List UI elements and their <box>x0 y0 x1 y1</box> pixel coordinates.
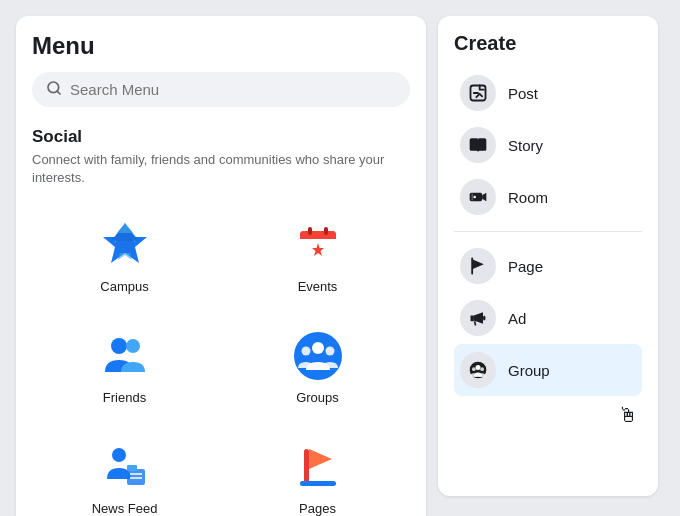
post-icon <box>468 83 488 103</box>
social-grid: Campus Events <box>32 203 410 516</box>
campus-label: Campus <box>100 279 148 294</box>
svg-rect-29 <box>300 481 336 486</box>
right-panel: Create Post Story <box>438 16 658 496</box>
svg-rect-27 <box>304 449 309 485</box>
social-section-desc: Connect with family, friends and communi… <box>32 151 410 187</box>
story-label: Story <box>508 137 543 154</box>
groups-label: Groups <box>296 390 339 405</box>
search-bar[interactable] <box>32 72 410 107</box>
campus-icon <box>99 219 151 271</box>
sidebar-item-newsfeed[interactable]: News Feed <box>32 425 217 516</box>
pages-icon <box>292 441 344 493</box>
create-item-story[interactable]: Story <box>454 119 642 171</box>
social-section-title: Social <box>32 127 410 147</box>
story-icon <box>468 135 488 155</box>
svg-point-17 <box>126 339 140 353</box>
sidebar-item-campus[interactable]: Campus <box>32 203 217 306</box>
group-icon-wrap <box>460 352 496 388</box>
svg-point-19 <box>312 342 324 354</box>
sidebar-item-friends[interactable]: Friends <box>32 314 217 417</box>
pages-label: Pages <box>299 501 336 516</box>
events-label: Events <box>298 279 338 294</box>
group-icon <box>468 360 488 380</box>
sidebar-item-pages[interactable]: Pages <box>225 425 410 516</box>
story-icon-wrap <box>460 127 496 163</box>
svg-point-22 <box>112 448 126 462</box>
friends-icon <box>99 330 151 382</box>
post-label: Post <box>508 85 538 102</box>
svg-point-33 <box>473 196 476 199</box>
friends-label: Friends <box>103 390 146 405</box>
svg-rect-6 <box>116 239 134 253</box>
page-label: Page <box>508 258 543 275</box>
svg-point-18 <box>294 332 342 380</box>
svg-marker-28 <box>309 449 332 469</box>
svg-rect-23 <box>127 469 145 485</box>
sidebar-item-events[interactable]: Events <box>225 203 410 306</box>
room-label: Room <box>508 189 548 206</box>
svg-rect-14 <box>308 227 312 235</box>
page-icon-wrap <box>460 248 496 284</box>
cursor-icon: 🖱 <box>618 404 638 426</box>
sidebar-item-groups[interactable]: Groups <box>225 314 410 417</box>
search-icon <box>46 80 62 99</box>
create-item-post[interactable]: Post <box>454 67 642 119</box>
svg-point-16 <box>111 338 127 354</box>
create-item-room[interactable]: Room <box>454 171 642 223</box>
svg-line-1 <box>57 91 60 94</box>
newsfeed-icon <box>99 441 151 493</box>
svg-marker-8 <box>110 224 140 241</box>
post-icon-wrap <box>460 75 496 111</box>
page-title: Menu <box>32 32 410 60</box>
page-icon <box>468 256 488 276</box>
room-icon-wrap <box>460 179 496 215</box>
create-divider <box>454 231 642 232</box>
svg-point-39 <box>472 367 476 371</box>
create-title: Create <box>454 32 642 55</box>
search-input[interactable] <box>70 81 396 98</box>
events-icon <box>292 219 344 271</box>
svg-rect-15 <box>324 227 328 235</box>
left-panel: Menu Social Connect with family, friends… <box>16 16 426 516</box>
svg-point-20 <box>301 347 310 356</box>
groups-icon <box>292 330 344 382</box>
room-icon <box>468 187 488 207</box>
newsfeed-label: News Feed <box>92 501 158 516</box>
svg-point-40 <box>480 367 484 371</box>
ad-icon <box>468 308 488 328</box>
ad-icon-wrap <box>460 300 496 336</box>
cursor-area: 🖱 <box>454 396 642 427</box>
group-label: Group <box>508 362 550 379</box>
ad-label: Ad <box>508 310 526 327</box>
create-item-ad[interactable]: Ad <box>454 292 642 344</box>
create-item-group[interactable]: Group <box>454 344 642 396</box>
svg-point-38 <box>476 365 481 370</box>
svg-point-21 <box>325 347 334 356</box>
svg-rect-24 <box>127 465 137 471</box>
create-item-page[interactable]: Page <box>454 240 642 292</box>
svg-point-36 <box>483 316 486 321</box>
